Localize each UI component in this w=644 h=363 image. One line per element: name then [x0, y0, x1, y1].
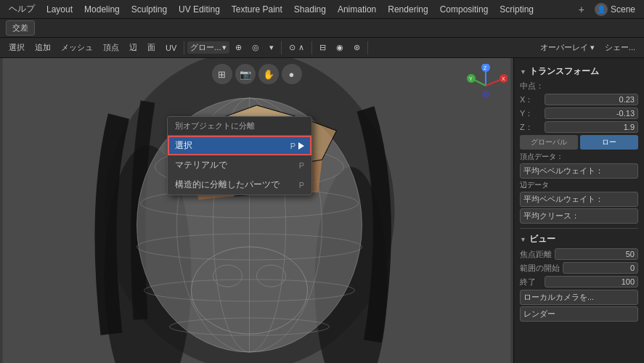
- toolbar-sep-3: [311, 41, 312, 54]
- transform-triangle: ▼: [520, 68, 526, 76]
- context-menu-title: 別オブジェクトに分離: [168, 117, 311, 136]
- dot-btn[interactable]: ●: [282, 64, 302, 84]
- svg-point-36: [482, 91, 489, 98]
- menu-item-uv-editing[interactable]: UV Editing: [173, 3, 226, 16]
- viewport-icon-bar: ⊞ 📷 ✋ ●: [212, 64, 302, 84]
- focal-label: 焦点距離: [520, 249, 552, 260]
- menu-item-animation[interactable]: Animation: [332, 3, 382, 16]
- clip-end-field[interactable]: 100: [545, 276, 638, 287]
- toolbar-item-追加[interactable]: 追加: [30, 41, 55, 54]
- toolbar-icon-2[interactable]: ◎: [248, 41, 264, 54]
- svg-text:Z: Z: [484, 65, 487, 70]
- global-btn[interactable]: グローバル: [520, 135, 578, 150]
- clip-start-row: 範囲の開始 0: [520, 262, 638, 274]
- toolbar-icon-3[interactable]: ▾: [265, 41, 278, 54]
- menu-item-texture-paint[interactable]: Texture Paint: [226, 3, 288, 16]
- svg-text:Y: Y: [469, 76, 473, 81]
- ctx-shortcut-2: P: [299, 181, 304, 189]
- menu-item-sculpting[interactable]: Sculpting: [126, 3, 173, 16]
- menu-item-compositing[interactable]: Compositing: [434, 3, 494, 16]
- toolbar-item-メッシュ[interactable]: メッシュ: [57, 41, 97, 54]
- shading-btn[interactable]: シェー...: [600, 41, 640, 54]
- svg-text:X: X: [502, 76, 505, 81]
- ctx-shortcut-0: P: [290, 142, 295, 150]
- toolbar-sep-2: [281, 41, 282, 54]
- main-area: ⊞ 📷 ✋ ● Z X Y: [0, 58, 644, 363]
- grid-toggle-btn[interactable]: ⊞: [212, 64, 232, 84]
- help-menu[interactable]: ヘルプ: [3, 1, 41, 17]
- toolbar-sep-4: [367, 41, 368, 54]
- focal-field[interactable]: 50: [555, 248, 638, 260]
- local-camera-field[interactable]: ローカルカメラを...: [520, 290, 638, 305]
- view-label: ビュー: [529, 233, 555, 245]
- toolbar-icon-5[interactable]: ◉: [332, 41, 348, 54]
- toolbar: 選択追加メッシュ頂点辺面UV グロー... ▾ ⊕ ◎ ▾ ⊙ ∧ ⊟ ◉ ⊛ …: [0, 38, 644, 58]
- add-workspace-btn[interactable]: +: [574, 2, 589, 17]
- glow-arrow: ▾: [222, 43, 227, 52]
- toolbar-icon-4[interactable]: ⊟: [315, 41, 330, 54]
- context-menu-item-1[interactable]: マテリアルでP: [168, 155, 311, 175]
- toolbar-item-選択[interactable]: 選択: [4, 41, 29, 54]
- user-avatar: 👤: [595, 3, 608, 16]
- context-menu-item-2[interactable]: 構造的に分離したパーツでP: [168, 175, 311, 195]
- clip-end-label: 終了: [520, 277, 542, 287]
- x-row: X： 0.23: [520, 94, 638, 105]
- clip-start-label: 範囲の開始: [520, 263, 560, 274]
- menu-item-shading[interactable]: Shading: [288, 3, 332, 16]
- ctx-shortcut-1: P: [299, 161, 304, 170]
- clip-end-row: 終了 100: [520, 276, 638, 287]
- midpoint-label: 中点：: [520, 81, 544, 91]
- z-row: Z： 1.9: [520, 121, 638, 133]
- avg-crease-field[interactable]: 平均クリース：: [520, 208, 638, 224]
- ctx-item-label-2: 構造的に分離したパーツで: [175, 179, 280, 191]
- toolbar-item-UV[interactable]: UV: [161, 42, 181, 54]
- toolbar-item-面[interactable]: 面: [143, 41, 160, 54]
- z-field[interactable]: 1.9: [545, 121, 638, 133]
- view-section-title: ▼ ビュー: [520, 233, 638, 245]
- user-menu[interactable]: 👤 Scene: [589, 1, 641, 17]
- x-label: X：: [520, 94, 542, 105]
- second-bar: 交差: [0, 19, 644, 38]
- menu-item-scripting[interactable]: Scripting: [494, 3, 539, 16]
- grab-btn[interactable]: ✋: [258, 64, 279, 84]
- vertex-data-label: 頂点データ：: [520, 152, 638, 162]
- y-field[interactable]: -0.13: [545, 107, 638, 119]
- intersect-btn[interactable]: 交差: [6, 20, 35, 36]
- toolbar-item-頂点[interactable]: 頂点: [99, 41, 123, 54]
- viewport[interactable]: ⊞ 📷 ✋ ● Z X Y: [0, 58, 513, 363]
- render-field[interactable]: レンダー: [520, 306, 638, 322]
- toolbar-icon-6[interactable]: ⊛: [349, 41, 364, 54]
- local-btn[interactable]: ロー: [580, 135, 638, 150]
- y-row: Y： -0.13: [520, 107, 638, 119]
- clip-start-field[interactable]: 0: [563, 262, 638, 274]
- z-label: Z：: [520, 122, 542, 133]
- scene-name: Scene: [611, 4, 635, 15]
- global-local-row: グローバル ロー: [520, 135, 638, 150]
- x-field[interactable]: 0.23: [545, 94, 638, 105]
- overlay-btn[interactable]: オーバーレイ ▾: [536, 41, 599, 54]
- edge-data-label: 辺データ: [520, 180, 638, 190]
- toolbar-sep-1: [184, 41, 184, 54]
- view-triangle: ▼: [520, 236, 526, 243]
- menu-item-layout[interactable]: Layout: [41, 3, 78, 16]
- toolbar-item-辺[interactable]: 辺: [125, 41, 142, 54]
- ctx-cursor-indicator: [298, 142, 304, 150]
- context-menu: 別オブジェクトに分離 選択PマテリアルでP構造的に分離したパーツでP: [167, 116, 312, 195]
- menu-item-modeling[interactable]: Modeling: [78, 3, 126, 16]
- xyz-widget[interactable]: Z X Y: [464, 64, 508, 107]
- avg-bevel-v-field[interactable]: 平均ベベルウェイト：: [520, 163, 638, 179]
- ctx-item-label-0: 選択: [175, 139, 192, 152]
- focal-row: 焦点距離 50: [520, 248, 638, 260]
- avg-bevel-e-field[interactable]: 平均ベベルウェイト：: [520, 192, 638, 207]
- toolbar-icon-1[interactable]: ⊕: [231, 41, 246, 54]
- glow-label: グロー...: [190, 42, 221, 53]
- menu-item-rendering[interactable]: Rendering: [382, 3, 433, 16]
- toolbar-dots[interactable]: ⊙ ∧: [285, 41, 308, 54]
- top-menu-bar: ヘルプ LayoutModelingSculptingUV EditingTex…: [0, 0, 644, 19]
- right-panel: ▼ トランスフォーム 中点： X： 0.23 Y： -0.13 Z： 1.9 グ…: [513, 58, 644, 363]
- y-label: Y：: [520, 108, 542, 119]
- transform-label: トランスフォーム: [529, 65, 599, 78]
- context-menu-item-0[interactable]: 選択P: [168, 136, 311, 155]
- transform-section-title: ▼ トランスフォーム: [520, 65, 638, 78]
- camera-toggle-btn[interactable]: 📷: [235, 64, 256, 84]
